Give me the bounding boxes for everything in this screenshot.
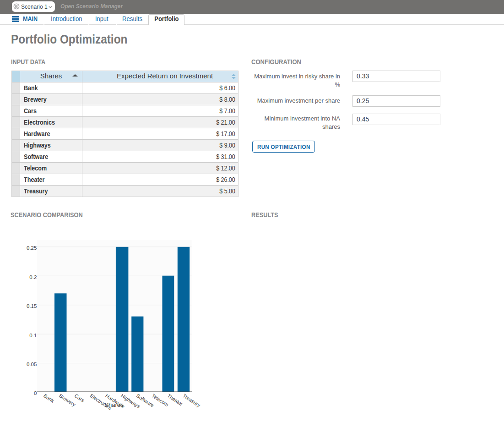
svg-text:0: 0 <box>34 390 37 396</box>
svg-text:0.1: 0.1 <box>29 333 37 338</box>
svg-text:0.25: 0.25 <box>27 245 37 251</box>
svg-text:Bank: Bank <box>43 393 55 404</box>
svg-text:0.2: 0.2 <box>29 274 37 280</box>
svg-text:Brewery: Brewery <box>58 393 77 407</box>
svg-text:Theater: Theater <box>166 393 184 407</box>
svg-text:0.15: 0.15 <box>27 303 37 309</box>
svg-text:Treasury: Treasury <box>182 393 201 408</box>
svg-text:0.05: 0.05 <box>27 362 37 367</box>
svg-text:Shares: Shares <box>104 401 124 408</box>
